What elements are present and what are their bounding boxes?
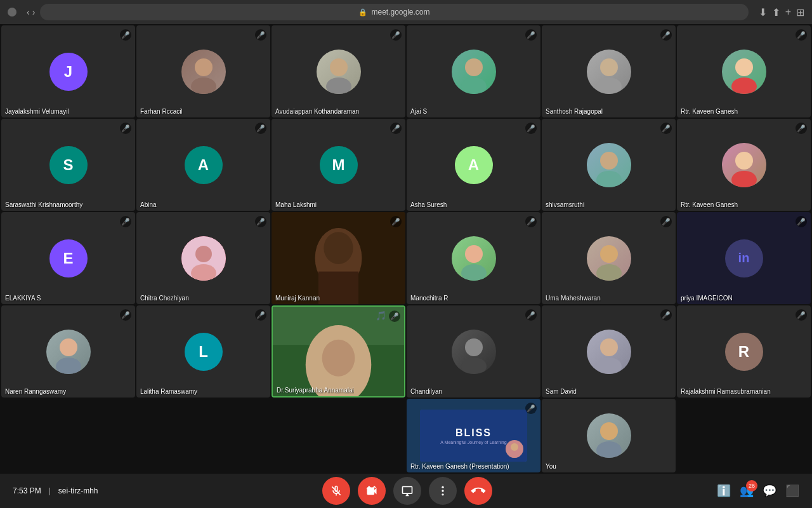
present-button[interactable] — [393, 477, 421, 505]
svg-point-22 — [461, 264, 487, 281]
mute-icon: 🎤 — [390, 123, 402, 134]
participant-name: Asha Suresh — [410, 201, 447, 208]
chat-button[interactable]: 💬 — [763, 484, 776, 498]
participant-cell: A 🎤 Asha Suresh — [407, 119, 540, 211]
main-content: J 🎤 Jayalakshmi Velumayil 🎤 Farhan Rccac… — [0, 24, 812, 474]
video-grid: J 🎤 Jayalakshmi Velumayil 🎤 Farhan Rccac… — [0, 24, 812, 399]
avatar: L — [185, 333, 223, 371]
svg-point-23 — [600, 245, 618, 263]
avatar: R — [725, 333, 763, 371]
participant-name: Chitra Chezhiyan — [140, 295, 189, 302]
svg-point-3 — [326, 77, 351, 94]
mute-icon: 🎤 — [389, 311, 400, 322]
participant-name: Uma Maheshwaran — [546, 295, 601, 302]
participant-name: Sam David — [546, 388, 577, 395]
self-view-cell: You — [542, 399, 676, 472]
presentation-title: BLISS — [455, 427, 492, 439]
address-bar[interactable]: 🔒 meet.google.com — [40, 4, 748, 20]
camera-button[interactable] — [358, 477, 386, 505]
participant-name: Muniraj Kannan — [275, 295, 320, 302]
presentation-cell: BLISS A Meaningful Journey of Learning 🎤… — [407, 399, 540, 472]
participant-cell: 🎤 Sam David — [542, 305, 676, 398]
svg-point-24 — [596, 264, 622, 281]
svg-point-36 — [509, 451, 520, 458]
mute-icon: 🎤 — [120, 309, 131, 321]
mute-icon: 🎤 — [660, 29, 672, 41]
svg-point-38 — [596, 441, 622, 458]
back-button[interactable]: ‹ — [27, 7, 30, 17]
svg-point-7 — [596, 77, 622, 94]
forward-button[interactable]: › — [32, 7, 36, 17]
more-options-button[interactable] — [429, 477, 457, 505]
participant-name: Farhan Rccacil — [140, 108, 183, 115]
svg-point-32 — [461, 358, 487, 374]
people-button-wrap[interactable]: 👥 26 — [740, 484, 754, 498]
meeting-info: 7:53 PM | sei-tirz-mhh — [13, 486, 98, 495]
participant-name: ELAKKIYA S — [5, 295, 41, 302]
participant-cell-active: 🎵 🎤 Dr.Suriyaprabha Annamalai — [272, 305, 405, 398]
mute-icon: 🎤 — [525, 403, 537, 414]
participant-cell: 🎤 Manochitra R — [407, 212, 540, 304]
mute-icon: 🎤 — [255, 29, 266, 41]
participant-cell: L 🎤 Lalitha Ramaswamy — [136, 305, 270, 398]
mute-icon: 🎤 — [120, 29, 131, 41]
audio-wave-icon: 🎵 — [376, 311, 386, 321]
participant-name: You — [546, 463, 556, 470]
activities-button[interactable]: ⬛ — [785, 484, 799, 498]
svg-point-9 — [731, 77, 757, 94]
controls-bar: 7:53 PM | sei-tirz-mhh ℹ️ 👥 26 💬 ⬛ — [0, 474, 812, 508]
participant-cell: 🎤 Chandilyan — [407, 305, 540, 398]
grid-icon[interactable]: ⊞ — [796, 6, 804, 18]
mute-icon: 🎤 — [796, 123, 807, 134]
participant-name: Abina — [140, 201, 157, 208]
participant-cell: E 🎤 ELAKKIYA S — [1, 212, 135, 304]
participant-name: shivsamsruthi — [546, 201, 584, 208]
participant-cell: S 🎤 Saraswathi Krishnamoorthy — [1, 119, 135, 211]
svg-point-1 — [191, 77, 216, 94]
participant-cell: 🎤 Naren Ranngaswamy — [1, 305, 135, 398]
avatar: M — [320, 146, 358, 184]
svg-point-40 — [442, 486, 444, 488]
download-icon[interactable]: ⬇ — [759, 6, 767, 18]
svg-point-5 — [461, 77, 487, 94]
participant-name: Avudaiappan Kothandaraman — [275, 108, 359, 115]
participant-name: Ajai S — [410, 108, 427, 115]
mute-icon: 🎤 — [390, 216, 402, 227]
svg-point-34 — [596, 358, 622, 374]
add-tab-icon[interactable]: + — [785, 6, 791, 18]
window-btn[interactable] — [8, 8, 16, 17]
svg-point-41 — [442, 490, 444, 491]
mic-button[interactable] — [322, 477, 350, 505]
svg-point-12 — [735, 152, 753, 170]
mute-icon: 🎤 — [660, 216, 672, 227]
participant-count: 26 — [746, 480, 757, 491]
info-button[interactable]: ℹ️ — [717, 484, 731, 498]
mute-icon: 🎤 — [525, 216, 537, 227]
participant-name: Santhosh Rajagopal — [546, 108, 603, 115]
mute-icon: 🎤 — [525, 123, 537, 134]
svg-point-6 — [600, 58, 618, 76]
call-controls — [322, 477, 492, 505]
mute-icon: 🎤 — [796, 309, 807, 321]
participant-cell: 🎤 Santhosh Rajagopal — [542, 25, 676, 117]
meeting-time: 7:53 PM — [13, 486, 41, 495]
side-controls: ℹ️ 👥 26 💬 ⬛ — [717, 484, 799, 498]
avatar: S — [49, 146, 88, 184]
lock-icon: 🔒 — [358, 8, 367, 17]
mute-icon: 🎤 — [390, 29, 402, 41]
mute-icon: 🎤 — [255, 309, 266, 321]
end-call-button[interactable] — [464, 477, 492, 505]
svg-point-2 — [330, 58, 348, 76]
participant-cell: J 🎤 Jayalakshmi Velumayil — [1, 25, 135, 117]
participant-name: Rtr. Kaveen Ganesh — [681, 108, 738, 115]
participant-cell: M 🎤 Maha Lakshmi — [272, 119, 405, 211]
mute-icon: 🎤 — [660, 309, 672, 321]
participant-name: Chandilyan — [410, 388, 442, 395]
avatar: J — [49, 53, 88, 91]
mute-icon: 🎤 — [796, 216, 807, 227]
svg-point-37 — [600, 422, 618, 440]
browser-right-controls: ⬇ ⬆ + ⊞ — [759, 6, 804, 18]
participant-cell: in 🎤 priya IMAGEICON — [677, 212, 811, 304]
svg-point-30 — [322, 340, 355, 377]
share-icon[interactable]: ⬆ — [772, 6, 780, 18]
